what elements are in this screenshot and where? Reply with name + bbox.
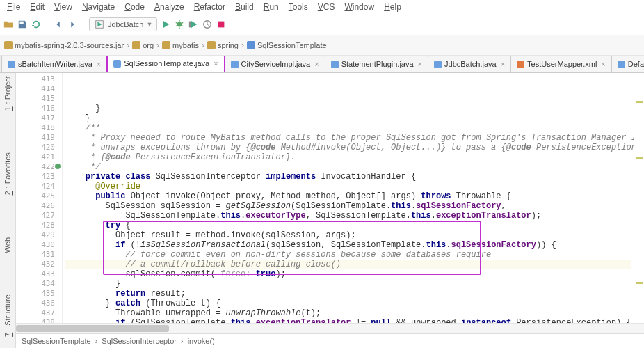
line-number[interactable]: 418 <box>16 123 55 133</box>
line-number[interactable]: 420 <box>16 143 55 152</box>
line-number[interactable]: 425 <box>16 191 55 201</box>
line-number[interactable]: 434 <box>16 279 55 289</box>
tab-sbatchitemwriter-java[interactable]: sBatchItemWriter.java× <box>1 56 107 72</box>
crumb-mybatis[interactable]: mybatis <box>162 41 199 49</box>
code-line[interactable]: } catch (Throwable t) { <box>65 299 631 308</box>
toolwin-web[interactable]: Web <box>3 237 12 253</box>
line-number[interactable]: 413 <box>16 74 55 84</box>
menu-edit[interactable]: Edit <box>26 1 49 13</box>
menu-analyze[interactable]: Analyze <box>150 1 188 13</box>
menu-help[interactable]: Help <box>380 1 405 13</box>
line-gutter[interactable]: 4134144154164174184194204214224234244254… <box>16 73 63 323</box>
crumb-sqlsessiontemplate[interactable]: SqlSessionTemplate <box>247 41 327 49</box>
crumb-mybatis-spring-2-0-3-sources-jar[interactable]: mybatis-spring-2.0.3-sources.jar <box>4 41 124 49</box>
toolwin-project[interactable]: 1: Project <box>3 76 12 111</box>
menu-window[interactable]: Window <box>340 1 378 13</box>
line-number[interactable]: 427 <box>16 211 55 221</box>
code-line[interactable]: SqlSession sqlSession = getSqlSession(Sq… <box>65 201 631 211</box>
close-icon[interactable]: × <box>214 59 218 68</box>
line-number[interactable]: 435 <box>16 289 55 299</box>
line-number[interactable]: 421 <box>16 152 55 162</box>
menu-navigate[interactable]: Navigate <box>78 1 119 13</box>
line-number[interactable]: 437 <box>16 308 55 318</box>
code-line[interactable]: Throwable unwrapped = unwrapThrowable(t)… <box>65 308 631 318</box>
back-icon[interactable] <box>53 19 64 30</box>
code-line[interactable]: } <box>65 279 631 289</box>
code-line[interactable]: if (SqlSessionTemplate.this.exceptionTra… <box>65 318 631 323</box>
menu-vcs[interactable]: VCS <box>314 1 339 13</box>
debug-icon[interactable] <box>174 19 185 30</box>
menu-refactor[interactable]: Refactor <box>190 1 230 13</box>
line-number[interactable]: 423 <box>16 172 55 182</box>
line-number[interactable]: 430 <box>16 240 55 250</box>
line-number[interactable]: 426 <box>16 201 55 211</box>
line-number[interactable]: 419 <box>16 133 55 143</box>
line-number[interactable]: 436 <box>16 299 55 308</box>
run-config-selector[interactable]: JdbcBatch ▼ <box>89 17 157 31</box>
code-line[interactable]: * {@code PersistenceExceptionTranslator}… <box>65 152 631 162</box>
line-number[interactable]: 424 <box>16 182 55 191</box>
tab-sqlsessiontemplate-java[interactable]: SqlSessionTemplate.java× <box>106 56 225 73</box>
menu-view[interactable]: View <box>50 1 77 13</box>
line-number[interactable]: 429 <box>16 230 55 240</box>
crumb-org[interactable]: org <box>132 41 154 49</box>
struct-crumb[interactable]: invoke() <box>188 337 215 345</box>
close-icon[interactable]: × <box>314 60 319 68</box>
struct-crumb[interactable]: SqlSessionTemplate <box>22 337 91 345</box>
code-line[interactable]: */ <box>65 162 631 172</box>
code-line[interactable]: /** <box>65 123 631 133</box>
menu-file[interactable]: File <box>3 1 24 13</box>
tab-cityserviceimpl-java[interactable]: CityServiceImpl.java× <box>225 56 325 72</box>
code-line[interactable]: * Proxy needed to route MyBatis method c… <box>65 133 631 143</box>
forward-icon[interactable] <box>67 19 78 30</box>
structure-breadcrumb[interactable]: SqlSessionTemplate›SqlSessionInterceptor… <box>16 333 644 348</box>
tab-testusermapper-xml[interactable]: TestUserMapper.xml× <box>510 56 612 72</box>
code-editor[interactable]: } } /** * Proxy needed to route MyBatis … <box>63 73 634 323</box>
horizontal-scrollbar[interactable] <box>16 323 644 333</box>
chevron-right-icon: › <box>202 40 204 50</box>
line-number[interactable]: 416 <box>16 104 55 113</box>
open-icon[interactable] <box>3 19 14 30</box>
code-line[interactable]: private class SqlSessionInterceptor impl… <box>65 172 631 182</box>
line-number[interactable]: 417 <box>16 113 55 123</box>
menu-code[interactable]: Code <box>120 1 149 13</box>
code-line[interactable]: return result; <box>65 289 631 299</box>
code-line[interactable]: @Override <box>65 182 631 191</box>
line-number[interactable]: 432 <box>16 260 55 269</box>
run-icon[interactable] <box>160 19 171 30</box>
menu-tools[interactable]: Tools <box>284 1 312 13</box>
line-number[interactable]: 428 <box>16 221 55 230</box>
code-line[interactable]: public Object invoke(Object proxy, Metho… <box>65 191 631 201</box>
tab-jdbcbatch-java[interactable]: JdbcBatch.java× <box>428 56 511 72</box>
code-line[interactable]: } <box>65 113 631 123</box>
tab-defaultsqlsession-java[interactable]: DefaultSqlSession.java× <box>611 56 644 72</box>
stop-icon[interactable] <box>216 19 227 30</box>
line-number[interactable]: 415 <box>16 94 55 104</box>
close-icon[interactable]: × <box>501 60 505 68</box>
profile-icon[interactable] <box>202 19 213 30</box>
code-line[interactable]: SqlSessionTemplate.this.executorType, Sq… <box>65 211 631 221</box>
line-number[interactable]: 414 <box>16 84 55 94</box>
menu-build[interactable]: Build <box>231 1 258 13</box>
tab-label: TestUserMapper.xml <box>527 60 597 68</box>
tab-statementplugin-java[interactable]: StatementPlugin.java× <box>325 56 428 72</box>
code-line[interactable]: * unwraps exceptions thrown by {@code Me… <box>65 143 631 152</box>
error-stripe[interactable] <box>634 73 644 323</box>
close-icon[interactable]: × <box>601 60 605 68</box>
close-icon[interactable]: × <box>418 60 422 68</box>
refresh-icon[interactable] <box>31 19 42 30</box>
save-icon[interactable] <box>17 19 28 30</box>
menu-bar: FileEditViewNavigateCodeAnalyzeRefactorB… <box>0 0 644 14</box>
coverage-icon[interactable] <box>188 19 199 30</box>
line-number[interactable]: 433 <box>16 269 55 279</box>
struct-crumb[interactable]: SqlSessionInterceptor <box>102 337 177 345</box>
crumb-spring[interactable]: spring <box>207 41 239 49</box>
menu-run[interactable]: Run <box>259 1 283 13</box>
line-number[interactable]: 438 <box>16 318 55 323</box>
code-line[interactable]: } <box>65 104 631 113</box>
close-icon[interactable]: × <box>97 60 101 68</box>
line-number[interactable]: 431 <box>16 250 55 260</box>
line-number[interactable]: 422 <box>16 162 55 172</box>
toolwin-structure[interactable]: 7: Structure <box>3 294 12 337</box>
toolwin-favorites[interactable]: 2: Favorites <box>3 152 12 195</box>
